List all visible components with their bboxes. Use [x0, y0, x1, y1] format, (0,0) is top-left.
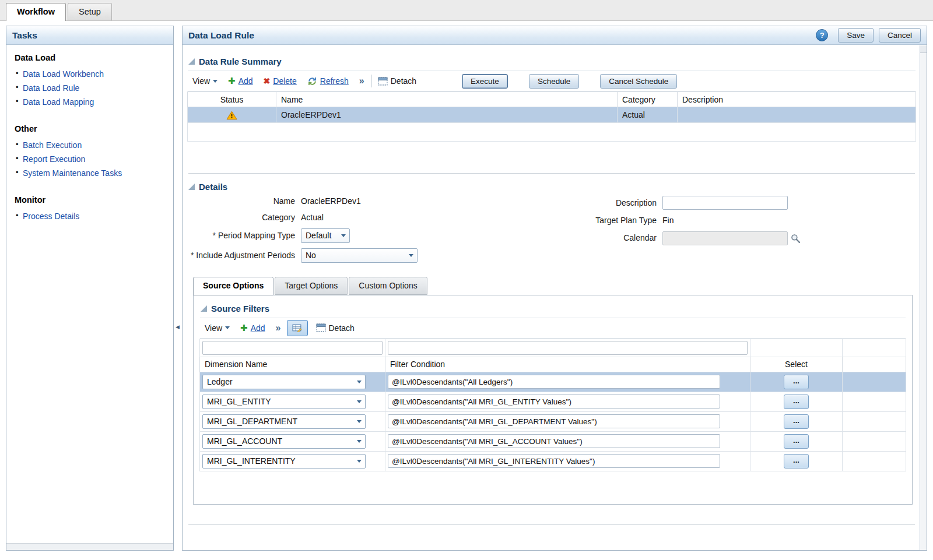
description-input[interactable] [662, 196, 788, 210]
dimension-select[interactable]: MRI_GL_ENTITY [202, 395, 366, 409]
vertical-scrollbar[interactable] [920, 45, 927, 550]
task-list-item: Data Load Workbench [15, 67, 166, 81]
select-members-button[interactable]: ... [784, 454, 809, 469]
data-load-rule-panel: Data Load Rule ? Save Cancel Data Rule S… [182, 26, 927, 551]
filter-condition-input[interactable] [388, 454, 720, 468]
add-label: Add [251, 323, 265, 333]
tasks-list: Data Load WorkbenchData Load RuleData Lo… [15, 67, 166, 109]
save-button[interactable]: Save [838, 28, 874, 43]
bottom-section-divider [188, 524, 915, 525]
tab-source-options[interactable]: Source Options [193, 277, 273, 295]
column-header-status[interactable]: Status [188, 92, 276, 107]
cancel-schedule-button[interactable]: Cancel Schedule [600, 74, 677, 89]
task-link-report-execution[interactable]: Report Execution [23, 154, 85, 164]
dimension-select[interactable]: MRI_GL_DEPARTMENT [202, 414, 366, 429]
tasks-panel-footer [6, 543, 173, 550]
tasks-panel-header: Tasks [6, 26, 173, 45]
column-header-dimension-name[interactable]: Dimension Name [200, 357, 385, 372]
schedule-button[interactable]: Schedule [529, 74, 579, 89]
column-header-category[interactable]: Category [618, 92, 678, 107]
chevron-down-icon [213, 80, 218, 83]
query-by-example-toggle-button[interactable] [287, 320, 308, 336]
toolbar-overflow-button[interactable]: » [276, 323, 281, 333]
refresh-icon [307, 76, 317, 86]
help-icon[interactable]: ? [816, 29, 828, 41]
view-menu-button[interactable]: View [205, 323, 230, 333]
select-members-button[interactable]: ... [784, 434, 809, 449]
dimension-select[interactable]: Ledger [202, 375, 366, 389]
refresh-button[interactable]: Refresh [307, 76, 349, 86]
details-header[interactable]: Details [188, 182, 916, 192]
task-link-process-details[interactable]: Process Details [23, 212, 79, 221]
source-filter-row[interactable]: Ledger... [200, 372, 906, 392]
period-mapping-type-select[interactable]: Default [301, 228, 350, 243]
source-filters-header[interactable]: Source Filters [201, 304, 906, 314]
chevron-down-icon [357, 420, 362, 423]
filter-condition-input[interactable] [388, 414, 720, 428]
qbe-condition-filter-input[interactable] [388, 341, 748, 355]
search-icon[interactable] [790, 233, 801, 244]
summary-description-cell [678, 107, 916, 123]
dimension-select[interactable]: MRI_GL_INTERENTITY [202, 454, 366, 469]
section-divider [188, 173, 915, 174]
add-button[interactable]: ✚ Add [240, 323, 265, 333]
cancel-button[interactable]: Cancel [879, 28, 921, 43]
column-header-name[interactable]: Name [276, 92, 618, 107]
dimension-select[interactable]: MRI_GL_ACCOUNT [202, 434, 366, 449]
task-list-item: Batch Execution [15, 138, 166, 152]
task-link-data-load-mapping[interactable]: Data Load Mapping [23, 97, 94, 107]
column-header-filter-condition[interactable]: Filter Condition [385, 357, 750, 372]
source-filter-row[interactable]: MRI_GL_ACCOUNT... [200, 431, 906, 451]
top-tab-strip: Workflow Setup [0, 0, 933, 21]
filter-condition-input[interactable] [388, 434, 720, 448]
select-cell: ... [750, 392, 843, 411]
dimension-select-value: MRI_GL_ACCOUNT [207, 436, 282, 446]
source-filter-row[interactable]: MRI_GL_DEPARTMENT... [200, 411, 906, 431]
scroll-up-button[interactable] [920, 45, 927, 53]
execute-button[interactable]: Execute [462, 74, 508, 89]
tab-target-options[interactable]: Target Options [275, 277, 348, 295]
task-link-data-load-workbench[interactable]: Data Load Workbench [23, 69, 104, 79]
delete-button[interactable]: ✖ Delete [264, 76, 297, 86]
collapse-panel-icon[interactable]: ◀ [174, 320, 181, 334]
task-list-item: Data Load Rule [15, 81, 166, 95]
data-rule-summary-header[interactable]: Data Rule Summary [188, 57, 916, 66]
add-button[interactable]: ✚ Add [228, 76, 253, 86]
view-menu-label: View [205, 323, 222, 333]
source-filter-row[interactable]: MRI_GL_ENTITY... [200, 392, 906, 411]
select-members-button[interactable]: ... [784, 414, 809, 429]
detach-label: Detach [329, 323, 355, 333]
select-members-button[interactable]: ... [784, 395, 809, 409]
detach-button[interactable]: Detach [378, 76, 416, 86]
filter-condition-input[interactable] [388, 395, 720, 408]
dimension-cell: Ledger [200, 372, 385, 392]
summary-table-row[interactable]: OracleERPDev1Actual [188, 107, 916, 123]
description-label: Description [563, 198, 657, 209]
view-menu-button[interactable]: View [192, 76, 218, 86]
condition-cell [385, 451, 750, 471]
column-header-select[interactable]: Select [750, 357, 843, 372]
condition-cell [385, 392, 750, 411]
detach-button[interactable]: Detach [316, 323, 355, 333]
qbe-dimension-filter-input[interactable] [202, 341, 383, 355]
filter-condition-input[interactable] [388, 375, 720, 389]
task-link-batch-execution[interactable]: Batch Execution [23, 140, 82, 150]
panel-splitter[interactable]: ◀ [174, 26, 182, 551]
tab-custom-options[interactable]: Custom Options [349, 277, 427, 295]
chevron-down-icon [357, 400, 362, 403]
target-plan-type-label: Target Plan Type [563, 215, 657, 226]
detach-label: Detach [391, 76, 416, 86]
select-members-button[interactable]: ... [784, 375, 809, 389]
toolbar-overflow-button[interactable]: » [359, 76, 364, 86]
column-header-description[interactable]: Description [678, 92, 916, 107]
task-list-item: Data Load Mapping [15, 95, 166, 109]
disclosure-triangle-icon [188, 58, 195, 65]
disclosure-triangle-icon [201, 305, 207, 312]
include-adjustment-periods-select[interactable]: No [301, 248, 418, 263]
tab-workflow[interactable]: Workflow [6, 3, 66, 21]
task-link-system-maintenance-tasks[interactable]: System Maintenance Tasks [23, 168, 122, 178]
task-link-data-load-rule[interactable]: Data Load Rule [23, 83, 79, 93]
source-filter-row[interactable]: MRI_GL_INTERENTITY... [200, 451, 906, 471]
details-form: Name OracleERPDev1 Category Actual * Per… [187, 196, 916, 263]
tab-setup[interactable]: Setup [68, 3, 112, 20]
